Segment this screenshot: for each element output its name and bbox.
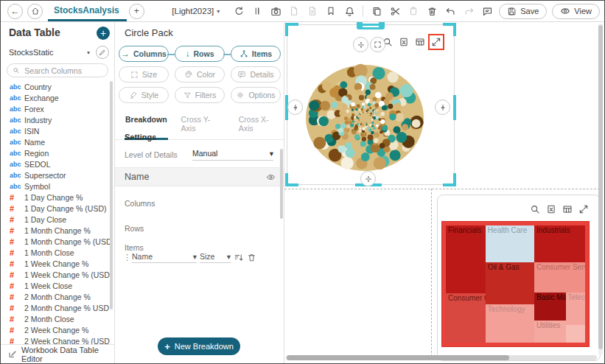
circle-pack-node[interactable] [376, 116, 379, 119]
workbook-tab[interactable]: StocksAnalysis [48, 1, 127, 21]
filters-button[interactable]: Filters [175, 87, 225, 103]
circle-pack-node[interactable] [368, 127, 370, 130]
split-horizontal-right-button[interactable] [435, 99, 450, 115]
column-item[interactable]: #1 Week Change % (USD) [1, 269, 110, 280]
circle-pack-node[interactable] [370, 115, 371, 116]
details-button[interactable]: Details [231, 66, 281, 83]
selection-corner-top-left[interactable] [285, 23, 298, 36]
search-columns-box[interactable] [7, 63, 108, 77]
circle-pack-node[interactable] [371, 122, 374, 124]
circle-pack-node[interactable] [346, 110, 350, 113]
circle-pack-node[interactable] [357, 104, 360, 108]
circle-pack-node[interactable] [370, 111, 371, 112]
column-item[interactable]: abcRegion [1, 147, 110, 158]
sort-icon[interactable] [234, 253, 244, 263]
export-pdf-icon[interactable] [287, 4, 301, 18]
split-vertical-bottom-button[interactable] [360, 171, 376, 186]
circle-pack-node[interactable] [370, 120, 371, 122]
maximize-icon[interactable] [430, 36, 442, 48]
table-view-icon[interactable] [562, 203, 573, 215]
circle-pack-node[interactable] [354, 134, 360, 139]
circle-pack-node[interactable] [380, 143, 385, 149]
refresh-icon[interactable] [232, 4, 245, 18]
circle-pack-node[interactable] [395, 113, 404, 122]
circle-pack-node[interactable] [361, 122, 363, 124]
theme-selector[interactable]: [Light2023] ▾ [172, 7, 220, 15]
column-item[interactable]: #1 Week Change % [1, 258, 110, 269]
alerts-bell-icon[interactable] [343, 4, 356, 18]
circle-pack-node[interactable] [402, 124, 408, 130]
selection-corner-top-right[interactable] [443, 23, 456, 36]
circle-pack-node[interactable] [382, 105, 387, 111]
circle-pack-node[interactable] [371, 113, 373, 115]
circle-pack-node[interactable] [371, 119, 373, 120]
table-view-icon[interactable] [414, 36, 426, 48]
sidebar-scrollbar[interactable] [110, 81, 113, 309]
column-item[interactable]: #1 Day Change % [1, 192, 110, 203]
level-of-details-select[interactable]: Manual ▾ [192, 149, 273, 161]
circle-pack-node[interactable] [322, 81, 332, 91]
pause-icon[interactable] [251, 4, 264, 18]
circle-pack-node[interactable] [357, 118, 359, 119]
comment-icon[interactable] [480, 4, 494, 18]
circle-pack-node[interactable] [338, 145, 346, 153]
circle-pack-node[interactable] [352, 120, 354, 122]
circle-pack-node[interactable] [368, 135, 374, 141]
circle-pack-node[interactable] [356, 89, 363, 96]
circle-pack-node[interactable] [390, 150, 401, 161]
redo-icon[interactable] [462, 4, 475, 18]
fit-to-view-button[interactable] [370, 37, 385, 52]
treemap-cell[interactable]: Consumer Services [534, 262, 585, 293]
circle-pack-node[interactable] [370, 116, 372, 119]
circle-pack-node[interactable] [396, 132, 408, 143]
circle-pack-node[interactable] [359, 127, 361, 130]
color-button[interactable]: Color [175, 66, 225, 83]
circle-pack-node[interactable] [313, 137, 326, 150]
column-item[interactable]: abcForex [1, 103, 110, 114]
circle-pack-node[interactable] [362, 137, 366, 141]
rows-shelf-button[interactable]: ↓ Rows [175, 46, 225, 62]
circle-pack-node[interactable] [387, 71, 398, 83]
paste-icon[interactable] [407, 4, 420, 18]
column-item[interactable]: abcCountry [1, 81, 110, 92]
circle-pack-node[interactable] [372, 97, 377, 102]
bookmark-icon[interactable] [324, 4, 338, 18]
circle-pack-node[interactable] [374, 112, 377, 114]
column-item[interactable]: #1 Month Close [1, 247, 110, 258]
size-button[interactable]: Size [119, 66, 169, 83]
circle-pack-node[interactable] [361, 108, 363, 111]
column-item[interactable]: #2 Month Close [1, 313, 110, 324]
circle-pack-node[interactable] [388, 104, 393, 109]
split-vertical-button[interactable] [353, 37, 368, 52]
circle-pack-node[interactable] [375, 92, 382, 99]
new-breakdown-button[interactable]: + New Breakdown [158, 337, 240, 355]
circle-pack-node[interactable] [373, 116, 376, 119]
item-size-select[interactable]: Size ▾ [200, 252, 231, 263]
circle-pack-node[interactable] [368, 122, 369, 123]
circle-pack-node[interactable] [362, 103, 365, 106]
circle-pack-node[interactable] [360, 141, 366, 147]
circle-pack-node[interactable] [356, 116, 357, 118]
breakdown-section-header[interactable]: Name [115, 167, 284, 186]
search-icon[interactable] [529, 203, 541, 215]
circle-pack-node[interactable] [340, 81, 347, 88]
circle-pack-node[interactable] [358, 122, 360, 125]
circle-pack-node[interactable] [368, 103, 371, 107]
treemap-cell[interactable]: Industrials [534, 225, 585, 262]
circle-pack-node[interactable] [321, 101, 330, 111]
column-item[interactable]: abcSymbol [1, 181, 110, 192]
circle-pack-node[interactable] [370, 84, 376, 90]
circle-pack-node[interactable] [345, 142, 352, 149]
view-button[interactable]: View [552, 4, 600, 19]
circle-pack-node[interactable] [309, 100, 319, 111]
columns-shelf-button[interactable]: → Columns [119, 46, 169, 62]
export-excel-icon[interactable] [398, 36, 410, 48]
circle-pack-node[interactable] [365, 126, 367, 128]
options-button[interactable]: Options [231, 87, 281, 103]
circle-pack-node[interactable] [331, 102, 338, 108]
add-data-table-button[interactable]: + [97, 27, 110, 40]
treemap-cell[interactable] [566, 325, 585, 343]
undo-icon[interactable] [444, 4, 457, 18]
tab-cross-x-axis[interactable]: Cross X-Axis [238, 112, 284, 140]
visibility-eye-icon[interactable] [266, 172, 276, 182]
